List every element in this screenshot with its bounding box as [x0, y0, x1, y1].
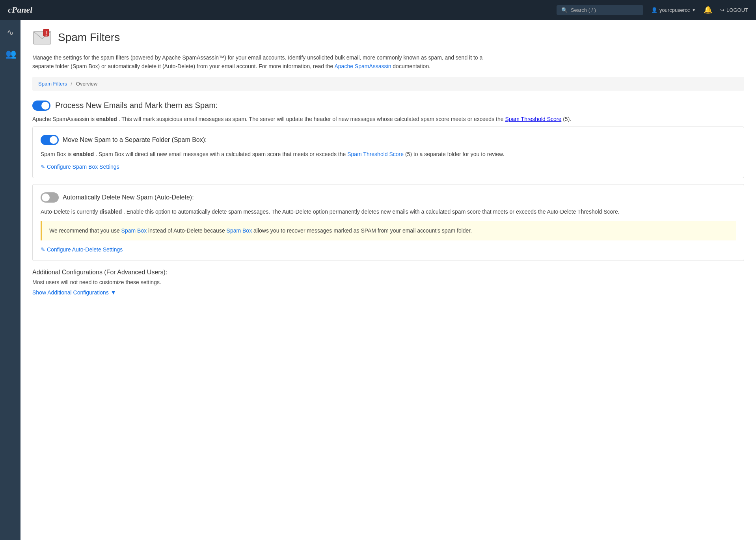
auto-delete-heading-row: Automatically Delete New Spam (Auto-Dele…: [41, 192, 736, 203]
spam-box-description: Spam Box is enabled . Spam Box will dire…: [41, 150, 736, 158]
spam-box-status-word: enabled: [73, 151, 94, 157]
logout-button[interactable]: ↪ LOGOUT: [720, 7, 748, 13]
logout-label: LOGOUT: [726, 7, 748, 13]
auto-delete-toggle[interactable]: [41, 192, 59, 203]
breadcrumb: Spam Filters / Overview: [32, 77, 744, 91]
auto-delete-warning: We recommend that you use Spam Box inste…: [41, 221, 736, 240]
apache-spamassassin-link[interactable]: Apache SpamAssassin: [334, 63, 391, 69]
spam-filters-icon: [32, 28, 52, 47]
auto-delete-title: Automatically Delete New Spam (Auto-Dele…: [63, 194, 194, 201]
additional-config-title: Additional Configurations (For Advanced …: [32, 269, 744, 276]
chevron-down-icon: ▼: [692, 8, 696, 12]
pencil-icon-2: ✎: [41, 246, 45, 253]
page-title-area: Spam Filters: [32, 28, 744, 47]
spam-box-title: Move New Spam to a Separate Folder (Spam…: [63, 136, 207, 143]
auto-delete-card: Automatically Delete New Spam (Auto-Dele…: [32, 184, 744, 261]
breadcrumb-spam-filters[interactable]: Spam Filters: [38, 81, 67, 87]
cpanel-logo: cPanel: [8, 5, 32, 15]
sidebar-grid-icon[interactable]: ∿: [2, 24, 19, 42]
show-additional-configs-link[interactable]: Show Additional Configurations ▼: [32, 289, 116, 296]
app-header: cPanel 🔍 Search ( / ) 👤 yourcpusercc ▼ 🔔…: [0, 0, 756, 20]
configure-spam-box-link[interactable]: ✎ Configure Spam Box Settings: [41, 164, 119, 170]
auto-delete-status-word: disabled: [99, 209, 122, 215]
spam-box-card: Move New Spam to a Separate Folder (Spam…: [32, 127, 744, 178]
process-emails-heading: Process New Emails and Mark them as Spam…: [32, 101, 744, 111]
page-title: Spam Filters: [58, 31, 120, 44]
auto-delete-description: Auto-Delete is currently disabled . Enab…: [41, 207, 736, 216]
spam-box-warning-link2[interactable]: Spam Box: [227, 227, 252, 234]
search-placeholder: Search ( / ): [571, 7, 596, 13]
additional-configurations-section: Additional Configurations (For Advanced …: [32, 269, 744, 296]
search-bar[interactable]: 🔍 Search ( / ): [557, 5, 643, 15]
svg-point-3: [46, 35, 47, 36]
search-icon: 🔍: [561, 7, 568, 13]
process-status-word: enabled: [96, 116, 117, 122]
process-emails-description: Apache SpamAssassin is enabled . This wi…: [32, 115, 744, 123]
spam-box-threshold-link[interactable]: Spam Threshold Score: [347, 151, 404, 157]
additional-config-description: Most users will not need to customize th…: [32, 279, 744, 285]
configure-auto-delete-link[interactable]: ✎ Configure Auto-Delete Settings: [41, 246, 123, 253]
breadcrumb-separator: /: [71, 81, 73, 87]
sidebar-users-icon[interactable]: 👥: [2, 45, 19, 63]
show-configs-label: Show Additional Configurations: [32, 289, 109, 296]
spam-box-toggle[interactable]: [41, 135, 59, 145]
pencil-icon: ✎: [41, 164, 45, 170]
chevron-down-icon-configs: ▼: [111, 289, 116, 296]
user-icon: 👤: [651, 7, 657, 13]
process-emails-toggle[interactable]: [32, 101, 50, 111]
page-description: Manage the settings for the spam filters…: [32, 53, 505, 71]
process-emails-section: Process New Emails and Mark them as Spam…: [32, 101, 744, 296]
spam-threshold-link[interactable]: Spam Threshold Score: [505, 116, 561, 122]
username-label: yourcpusercc: [659, 7, 690, 13]
logout-icon: ↪: [720, 7, 724, 13]
process-emails-title: Process New Emails and Mark them as Spam…: [55, 101, 218, 110]
breadcrumb-current: Overview: [76, 81, 97, 87]
spam-box-warning-link1[interactable]: Spam Box: [121, 227, 147, 234]
notifications-bell[interactable]: 🔔: [704, 6, 712, 14]
user-menu[interactable]: 👤 yourcpusercc ▼: [651, 7, 696, 13]
spam-box-heading-row: Move New Spam to a Separate Folder (Spam…: [41, 135, 736, 145]
sidebar: ∿ 👥: [0, 20, 20, 540]
main-content: Spam Filters Manage the settings for the…: [20, 20, 756, 540]
